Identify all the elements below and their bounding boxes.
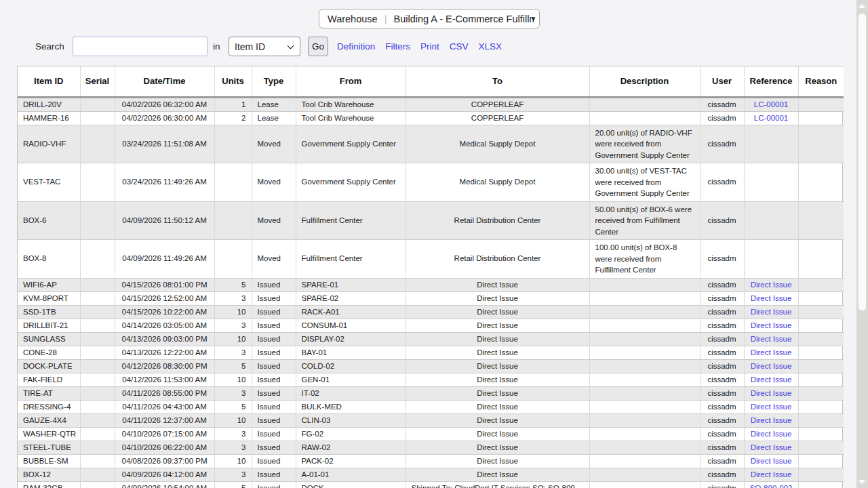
reference-link[interactable]: Direct Issue xyxy=(751,470,792,479)
cell-description xyxy=(589,332,700,346)
scroll-up-icon[interactable] xyxy=(859,3,865,8)
cell-user: cissadm xyxy=(700,427,744,441)
cell-serial xyxy=(80,291,115,305)
xlsx-link[interactable]: XLSX xyxy=(479,41,502,52)
cell-from: PACK-02 xyxy=(296,454,406,468)
cell-from: Government Supply Center xyxy=(296,163,406,202)
cell-description xyxy=(589,291,700,305)
reference-link[interactable]: Direct Issue xyxy=(751,335,792,343)
warehouse-selector[interactable]: Warehouse | Building A - E-Commerce Fulf… xyxy=(319,9,540,28)
header-units: Units xyxy=(214,66,252,97)
header-item-id: Item ID xyxy=(18,66,80,97)
cell-from: SPARE-02 xyxy=(296,291,406,305)
reference-link[interactable]: Direct Issue xyxy=(751,430,792,438)
cell-reason xyxy=(798,305,844,319)
cell-reference: Direct Issue xyxy=(744,319,798,332)
cell-description xyxy=(589,481,700,488)
scrollbar-thumb[interactable] xyxy=(859,14,866,310)
print-link[interactable]: Print xyxy=(420,41,439,52)
search-bar: Search in Item ID Go Definition Filters … xyxy=(0,37,856,58)
cell-type: Issued xyxy=(252,332,296,346)
cell-units: 1 xyxy=(214,97,252,111)
reference-link[interactable]: SO-800-002 xyxy=(750,484,793,488)
cell-description xyxy=(589,386,700,400)
cell-units: 10 xyxy=(214,332,252,346)
cell-item-id: BUBBLE-SM xyxy=(18,454,80,468)
cell-description: 100.00 unit(s) of BOX-8 were received fr… xyxy=(589,240,700,279)
cell-reference xyxy=(744,240,798,279)
reference-link[interactable]: Direct Issue xyxy=(751,294,792,302)
definition-link[interactable]: Definition xyxy=(337,41,375,52)
cell-serial xyxy=(80,386,115,400)
cell-description xyxy=(589,111,700,125)
cell-reference: Direct Issue xyxy=(744,305,798,319)
scroll-down-icon[interactable] xyxy=(859,480,865,485)
table-row: DOCK-PLATE04/12/2026 08:30:00 PM5IssuedC… xyxy=(18,359,844,373)
reference-link[interactable]: Direct Issue xyxy=(751,389,792,397)
cell-datetime: 04/09/2026 11:49:26 AM xyxy=(115,240,214,279)
cell-reason xyxy=(798,413,844,427)
cell-to: COPPERLEAF xyxy=(406,111,589,125)
reference-link[interactable]: Direct Issue xyxy=(751,375,792,384)
reference-link[interactable]: Direct Issue xyxy=(751,362,792,370)
cell-serial xyxy=(80,359,115,373)
table-row: BOX-604/09/2026 11:50:12 AMMovedFulfillm… xyxy=(18,201,844,240)
cell-datetime: 04/10/2026 06:22:00 AM xyxy=(115,441,214,454)
cell-to: Direct Issue xyxy=(406,359,589,373)
reference-link[interactable]: Direct Issue xyxy=(751,348,792,357)
cell-units: 3 xyxy=(214,319,252,332)
reference-link[interactable]: LC-00001 xyxy=(754,114,789,122)
reference-link[interactable]: Direct Issue xyxy=(751,403,792,411)
cell-item-id: FAK-FIELD xyxy=(18,373,80,386)
cell-serial xyxy=(80,319,115,332)
cell-from: CLIN-03 xyxy=(296,413,406,427)
reference-link[interactable]: Direct Issue xyxy=(751,457,792,465)
cell-datetime: 03/24/2026 11:51:08 AM xyxy=(115,125,214,163)
cell-to: Direct Issue xyxy=(406,468,589,481)
reference-link[interactable]: Direct Issue xyxy=(751,281,792,289)
cell-item-id: TIRE-AT xyxy=(18,386,80,400)
reference-link[interactable]: LC-00001 xyxy=(754,100,789,108)
filters-link[interactable]: Filters xyxy=(385,41,410,52)
search-input[interactable] xyxy=(73,37,208,56)
table-row: VEST-TAC03/24/2026 11:49:26 AMMovedGover… xyxy=(18,163,844,202)
cell-item-id: VEST-TAC xyxy=(18,163,80,202)
cell-reference xyxy=(744,201,798,240)
cell-units: 3 xyxy=(214,441,252,454)
cell-item-id: DRILLBIT-21 xyxy=(18,319,80,332)
cell-user: cissadm xyxy=(700,413,744,427)
header-user: User xyxy=(700,66,744,97)
warehouse-selector-value: Building A - E-Commerce Fulfillm xyxy=(394,14,536,24)
vertical-scrollbar[interactable] xyxy=(856,0,868,488)
chevron-down-icon: ▼ xyxy=(530,16,536,22)
header-datetime: Date/Time xyxy=(115,66,214,97)
reference-link[interactable]: Direct Issue xyxy=(751,416,792,424)
cell-units: 5 xyxy=(214,400,252,413)
cell-type: Issued xyxy=(252,481,296,488)
header-from: From xyxy=(296,66,406,97)
cell-reference: Direct Issue xyxy=(744,332,798,346)
cell-item-id: SSD-1TB xyxy=(18,305,80,319)
cell-reason xyxy=(798,319,844,332)
reference-link[interactable]: Direct Issue xyxy=(751,321,792,329)
cell-to: Direct Issue xyxy=(406,386,589,400)
cell-from: BAY-01 xyxy=(296,346,406,359)
csv-link[interactable]: CSV xyxy=(450,41,469,52)
in-label: in xyxy=(213,41,220,52)
cell-datetime: 04/15/2026 10:22:00 AM xyxy=(115,305,214,319)
go-button[interactable]: Go xyxy=(308,37,328,56)
reference-link[interactable]: Direct Issue xyxy=(751,308,792,316)
search-field-select[interactable]: Item ID xyxy=(229,37,300,56)
reference-link[interactable]: Direct Issue xyxy=(751,443,792,451)
cell-reference: SO-800-002 xyxy=(744,481,798,488)
cell-from: CONSUM-01 xyxy=(296,319,406,332)
cell-reference: Direct Issue xyxy=(744,278,798,291)
cell-reason xyxy=(798,481,844,488)
cell-serial xyxy=(80,481,115,488)
cell-reason xyxy=(798,278,844,291)
cell-units: 5 xyxy=(214,481,252,488)
cell-serial xyxy=(80,373,115,386)
table-row: RADIO-VHF03/24/2026 11:51:08 AMMovedGove… xyxy=(18,125,844,163)
cell-reason xyxy=(798,373,844,386)
cell-type: Moved xyxy=(252,201,296,240)
